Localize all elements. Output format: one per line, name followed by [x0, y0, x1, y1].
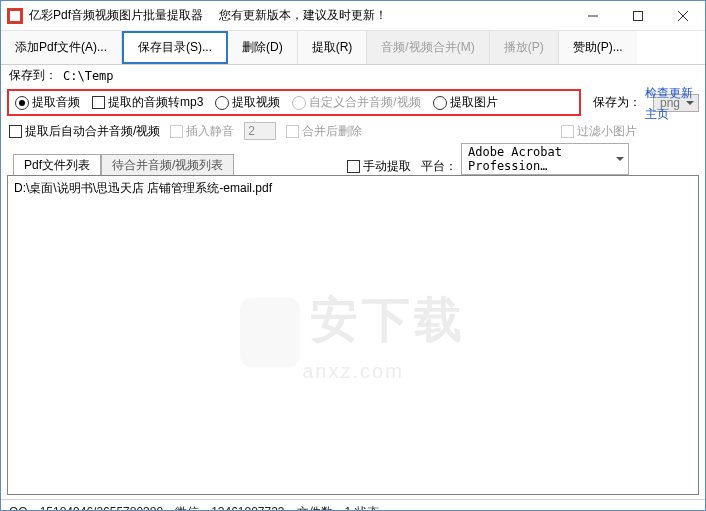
extract-video-radio[interactable]: 提取视频: [215, 94, 280, 111]
extract-options-group: 提取音频 提取的音频转mp3 提取视频 自定义合并音频/视频 提取图片: [7, 89, 581, 116]
status-text: QQ：15104946/2655780380，微信：13461007723。文件…: [9, 505, 391, 511]
audio-to-mp3-label: 提取的音频转mp3: [108, 94, 203, 111]
checkbox-icon: [347, 160, 360, 173]
maximize-button[interactable]: [615, 1, 660, 31]
checkbox-icon: [9, 125, 22, 138]
extract-audio-label: 提取音频: [32, 94, 80, 111]
radio-icon: [433, 96, 447, 110]
insert-silence-label: 插入静音: [186, 123, 234, 140]
save-as-label: 保存为：: [593, 94, 641, 111]
update-notice: 您有更新版本，建议及时更新！: [219, 7, 387, 24]
auto-merge-checkbox[interactable]: 提取后自动合并音频/视频: [9, 123, 160, 140]
extract-audio-radio[interactable]: 提取音频: [15, 94, 80, 111]
donate-button[interactable]: 赞助(P)...: [559, 31, 637, 64]
radio-icon: [215, 96, 229, 110]
save-dir-button[interactable]: 保存目录(S)...: [122, 31, 228, 64]
extract-button[interactable]: 提取(R): [298, 31, 368, 64]
extract-image-radio[interactable]: 提取图片: [433, 94, 498, 111]
checkbox-icon: [170, 125, 183, 138]
save-to-path: C:\Temp: [63, 69, 114, 83]
pdf-file-list[interactable]: D:\桌面\说明书\思迅天店 店铺管理系统-email.pdf 安下载 anxz…: [7, 175, 699, 495]
manual-extract-label: 手动提取: [363, 158, 411, 175]
merge-button: 音频/视频合并(M): [367, 31, 489, 64]
app-icon: [7, 8, 23, 24]
radio-icon: [292, 96, 306, 110]
list-item[interactable]: D:\桌面\说明书\思迅天店 店铺管理系统-email.pdf: [14, 180, 692, 197]
platform-label: 平台：: [421, 158, 457, 175]
delete-after-merge-label: 合并后删除: [302, 123, 362, 140]
checkbox-icon: [561, 125, 574, 138]
manual-extract-checkbox[interactable]: 手动提取: [347, 158, 411, 175]
checkbox-icon: [92, 96, 105, 109]
filter-small-label: 过滤小图片: [577, 123, 637, 140]
filter-small-image-checkbox: 过滤小图片: [561, 123, 637, 140]
check-update-link[interactable]: 检查更新: [645, 85, 693, 102]
custom-merge-radio: 自定义合并音频/视频: [292, 94, 420, 111]
app-title: 亿彩Pdf音频视频图片批量提取器: [29, 7, 203, 24]
audio-to-mp3-checkbox[interactable]: 提取的音频转mp3: [92, 94, 203, 111]
extract-video-label: 提取视频: [232, 94, 280, 111]
auto-merge-label: 提取后自动合并音频/视频: [25, 123, 160, 140]
svg-rect-1: [10, 11, 20, 21]
minimize-button[interactable]: [570, 1, 615, 31]
extract-image-label: 提取图片: [450, 94, 498, 111]
close-button[interactable]: [660, 1, 705, 31]
save-to-label: 保存到：: [9, 67, 57, 84]
homepage-link[interactable]: 主页: [645, 106, 693, 123]
checkbox-icon: [286, 125, 299, 138]
add-pdf-button[interactable]: 添加Pdf文件(A)...: [1, 31, 122, 64]
custom-merge-label: 自定义合并音频/视频: [309, 94, 420, 111]
delete-after-merge-checkbox: 合并后删除: [286, 123, 362, 140]
tab-merge-list[interactable]: 待合并音频/视频列表: [101, 154, 234, 176]
silence-seconds-input: 2: [244, 122, 276, 140]
play-button: 播放(P): [490, 31, 559, 64]
svg-rect-3: [633, 11, 642, 20]
watermark: 安下载 anxz.com: [240, 288, 466, 383]
radio-icon: [15, 96, 29, 110]
delete-button[interactable]: 删除(D): [228, 31, 298, 64]
platform-select[interactable]: Adobe Acrobat Profession…: [461, 143, 629, 175]
tab-file-list[interactable]: Pdf文件列表: [13, 154, 101, 176]
status-bar: QQ：15104946/2655780380，微信：13461007723。文件…: [1, 499, 705, 511]
insert-silence-checkbox: 插入静音: [170, 123, 234, 140]
